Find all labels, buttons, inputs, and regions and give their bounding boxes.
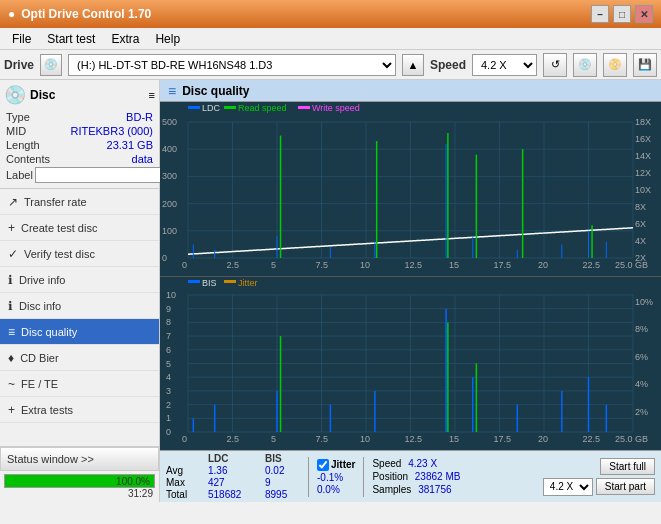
sidebar-item-cd-bier[interactable]: ♦ CD Bier (0, 345, 159, 371)
status-bar-area: 100.0% 31:29 (0, 471, 159, 502)
stats-avg-bis: 0.02 (265, 465, 300, 476)
disc-label-input[interactable] (35, 167, 168, 183)
sidebar-item-label-cd-bier: CD Bier (20, 352, 59, 364)
sidebar: 💿 Disc ≡ Type BD-R MID RITEKBR3 (000) Le… (0, 80, 160, 502)
quality-header: ≡ Disc quality (160, 80, 661, 102)
start-full-btn[interactable]: Start full (600, 458, 655, 475)
disc-panel-title: Disc (30, 88, 55, 102)
disc-type-value: BD-R (126, 111, 153, 123)
sidebar-item-drive-info[interactable]: ℹ Drive info (0, 267, 159, 293)
sidebar-item-verify-test-disc[interactable]: ✓ Verify test disc (0, 241, 159, 267)
sidebar-item-label-transfer: Transfer rate (24, 196, 87, 208)
menu-extra[interactable]: Extra (103, 30, 147, 48)
upper-chart (160, 102, 661, 277)
fe-te-icon: ~ (8, 377, 15, 391)
disc-label-row: Label 🔍 (4, 166, 155, 184)
speed-row: Speed 4.23 X (372, 458, 460, 469)
sidebar-item-label-verify: Verify test disc (24, 248, 95, 260)
stats-speed-col: Speed 4.23 X Position 23862 MB Samples 3… (372, 458, 460, 495)
transfer-rate-icon: ↗ (8, 195, 18, 209)
disc-contents-label: Contents (6, 153, 50, 165)
disc-mid-value: RITEKBR3 (000) (70, 125, 153, 137)
stats-max-bis: 9 (265, 477, 300, 488)
disc-btn1[interactable]: 💿 (573, 53, 597, 77)
position-label: Position (372, 471, 408, 482)
sidebar-item-extra-tests[interactable]: + Extra tests (0, 397, 159, 423)
stats-table: LDC BIS Avg 1.36 0.02 Max 427 9 Total 51… (166, 453, 300, 500)
app-icon: ● (8, 7, 15, 21)
start-part-btn[interactable]: Start part (596, 478, 655, 495)
close-button[interactable]: ✕ (635, 5, 653, 23)
disc-info-icon: ℹ (8, 299, 13, 313)
jitter-label: Jitter (331, 459, 355, 470)
samples-value: 381756 (418, 484, 451, 495)
quality-header-icon: ≡ (168, 83, 176, 99)
disc-icon: 💿 (4, 84, 26, 106)
sidebar-menu: ↗ Transfer rate + Create test disc ✓ Ver… (0, 189, 159, 446)
disc-length-label: Length (6, 139, 40, 151)
minimize-button[interactable]: – (591, 5, 609, 23)
jitter-checkbox[interactable] (317, 459, 329, 471)
start-part-row: 4.2 X Start part (543, 478, 655, 496)
drive-select[interactable]: (H:) HL-DT-ST BD-RE WH16NS48 1.D3 (68, 54, 396, 76)
speed-stat-label: Speed (372, 458, 401, 469)
progress-bar: 100.0% (4, 474, 155, 488)
create-test-disc-icon: + (8, 221, 15, 235)
lower-chart (160, 277, 661, 450)
ldc-chart-canvas (160, 102, 661, 276)
stats-row-max: Max (166, 477, 196, 488)
sidebar-item-disc-quality[interactable]: ≡ Disc quality (0, 319, 159, 345)
disc-length-value: 23.31 GB (107, 139, 153, 151)
stats-max-row: Max 427 9 (166, 477, 300, 488)
sidebar-item-fe-te[interactable]: ~ FE / TE (0, 371, 159, 397)
menu-help[interactable]: Help (147, 30, 188, 48)
sidebar-item-label-fe-te: FE / TE (21, 378, 58, 390)
sidebar-item-disc-info[interactable]: ℹ Disc info (0, 293, 159, 319)
titlebar: ● Opti Drive Control 1.70 – □ ✕ (0, 0, 661, 28)
sidebar-item-label-create: Create test disc (21, 222, 97, 234)
stats-buttons: Start full 4.2 X Start part (543, 458, 655, 496)
content-area: ≡ Disc quality LDC BIS Avg 1.36 (160, 80, 661, 502)
refresh-btn[interactable]: ↺ (543, 53, 567, 77)
app-title: Opti Drive Control 1.70 (21, 7, 151, 21)
disc-quality-icon: ≡ (8, 325, 15, 339)
titlebar-left: ● Opti Drive Control 1.70 (8, 7, 151, 21)
bis-chart-canvas (160, 277, 661, 450)
sidebar-item-create-test-disc[interactable]: + Create test disc (0, 215, 159, 241)
disc-btn2[interactable]: 📀 (603, 53, 627, 77)
menu-starttest[interactable]: Start test (39, 30, 103, 48)
progress-text: 100.0% (116, 475, 150, 489)
stats-total-row: Total 518682 8995 (166, 489, 300, 500)
sidebar-item-transfer-rate[interactable]: ↗ Transfer rate (0, 189, 159, 215)
main-area: 💿 Disc ≡ Type BD-R MID RITEKBR3 (000) Le… (0, 80, 661, 502)
disc-header: 💿 Disc ≡ (4, 84, 155, 106)
speed-label: Speed (430, 58, 466, 72)
cd-bier-icon: ♦ (8, 351, 14, 365)
maximize-button[interactable]: □ (613, 5, 631, 23)
sidebar-item-label-drive-info: Drive info (19, 274, 65, 286)
sidebar-item-label-disc-info: Disc info (19, 300, 61, 312)
status-window-btn[interactable]: Status window >> (0, 447, 159, 471)
save-btn[interactable]: 💾 (633, 53, 657, 77)
disc-contents-value: data (132, 153, 153, 165)
speed-dropdown[interactable]: 4.2 X (543, 478, 593, 496)
verify-test-disc-icon: ✓ (8, 247, 18, 261)
speed-select[interactable]: 4.2 X (472, 54, 537, 76)
stats-total-bis: 8995 (265, 489, 300, 500)
menu-file[interactable]: File (4, 30, 39, 48)
stats-divider2 (363, 457, 364, 497)
stats-row-avg: Avg (166, 465, 196, 476)
drive-icon-btn[interactable]: 💿 (40, 54, 62, 76)
eject-btn[interactable]: ▲ (402, 54, 424, 76)
stats-header-row: LDC BIS (166, 453, 300, 464)
quality-title: Disc quality (182, 84, 249, 98)
disc-type-label: Type (6, 111, 30, 123)
status-time: 31:29 (4, 488, 155, 499)
disc-panel: 💿 Disc ≡ Type BD-R MID RITEKBR3 (000) Le… (0, 80, 159, 189)
stats-avg-row: Avg 1.36 0.02 (166, 465, 300, 476)
stats-jitter-col: Jitter -0.1% 0.0% (317, 459, 355, 495)
samples-label: Samples (372, 484, 411, 495)
disc-mid-label: MID (6, 125, 26, 137)
stats-bar: LDC BIS Avg 1.36 0.02 Max 427 9 Total 51… (160, 450, 661, 502)
stats-col-bis: BIS (265, 453, 300, 464)
